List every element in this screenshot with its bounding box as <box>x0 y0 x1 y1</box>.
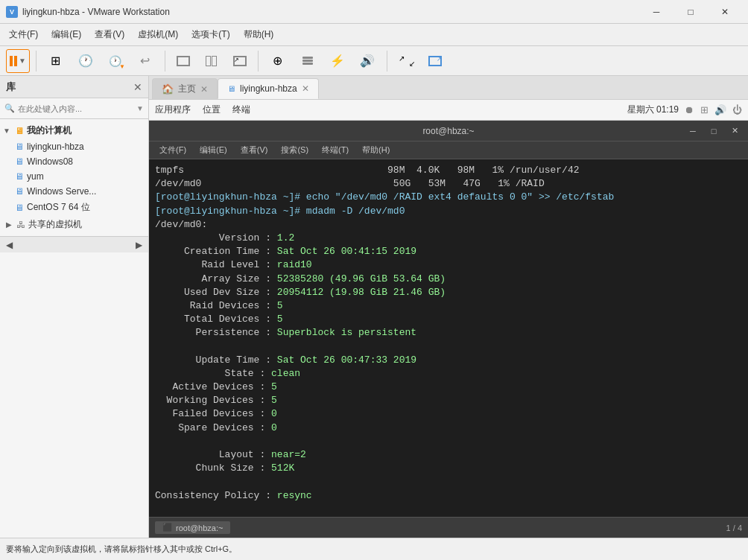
folder-icon: 🖥 <box>15 126 24 136</box>
terminal-menu: 文件(F) 编辑(E) 查看(V) 搜索(S) 终端(T) 帮助(H) <box>149 141 748 159</box>
terminal-tab[interactable]: ⬛ root@hbza:~ <box>155 521 230 534</box>
dropdown-icon[interactable]: ▼ <box>136 104 144 112</box>
vm-menu-terminal[interactable]: 终端 <box>232 104 250 116</box>
sidebar-item-label: liyingkun-hbza <box>27 141 84 152</box>
menu-file[interactable]: 文件(F) <box>3 25 44 44</box>
sidebar-close-button[interactable]: ✕ <box>133 81 142 93</box>
tab-home-close[interactable]: ✕ <box>200 84 208 95</box>
term-line-layout: Layout : near=2 <box>155 448 742 462</box>
revert-button[interactable]: ↩ <box>132 49 159 73</box>
tree-section: ▼ 🖥 我的计算机 🖥 liyingkun-hbza 🖥 Windows08 🖥… <box>0 119 148 236</box>
term-line-raid-level: Raid Level : raid10 <box>155 258 742 272</box>
sidebar-item-label: Windows Serve... <box>27 186 96 197</box>
search-input[interactable] <box>18 104 133 113</box>
term-menu-terminal[interactable]: 终端(T) <box>316 143 355 157</box>
term-line-blank2 <box>155 435 742 448</box>
tab-home-label: 主页 <box>178 83 196 95</box>
search-icon: 🔍 <box>4 104 15 113</box>
menu-view[interactable]: 查看(V) <box>89 25 130 44</box>
term-menu-help[interactable]: 帮助(H) <box>356 143 396 157</box>
toolbar-separator-3 <box>258 51 259 71</box>
tab-home[interactable]: 🏠 主页 ✕ <box>152 78 218 99</box>
record-icon: ⏺ <box>685 104 694 115</box>
vm-menu-places[interactable]: 位置 <box>203 104 221 116</box>
toolbar-separator-2 <box>165 51 165 71</box>
fullscreen-button[interactable]: ↗ <box>228 49 252 73</box>
maximize-button[interactable]: □ <box>673 0 708 24</box>
terminal-close-button[interactable]: ✕ <box>724 123 745 139</box>
minimize-button[interactable]: ─ <box>639 0 673 24</box>
term-line-creation-time: Creation Time : Sat Oct 26 00:41:15 2019 <box>155 245 742 258</box>
sidebar-item-centos[interactable]: 🖥 CentOS 7 64 位 <box>0 199 148 216</box>
tree-root-my-computer[interactable]: ▼ 🖥 我的计算机 <box>0 122 148 139</box>
term-line-version: Version : 1.2 <box>155 232 742 245</box>
status-bar: 要将输入定向到该虚拟机，请将鼠标指针移入其中或按 Ctrl+G。 <box>0 538 748 560</box>
tree-root-label: 我的计算机 <box>27 124 72 137</box>
terminal-maximize-button[interactable]: □ <box>703 123 724 139</box>
term-menu-edit[interactable]: 编辑(E) <box>194 143 233 157</box>
term-line-blank1 <box>155 340 742 353</box>
terminal-minimize-button[interactable]: ─ <box>682 123 703 139</box>
sound-button[interactable]: 🔊 <box>354 49 381 73</box>
usb-button[interactable]: ⚡ <box>324 49 351 73</box>
scroll-right-button[interactable]: ▶ <box>133 240 145 250</box>
stretch-button[interactable]: ↗ ↙ <box>393 49 420 73</box>
term-line-consistency: Consistency Policy : resync <box>155 489 742 503</box>
sidebar-item-yum[interactable]: 🖥 yum <box>0 169 148 184</box>
app-icon: V <box>6 6 18 18</box>
terminal-content[interactable]: tmpfs 98M 4.0K 98M 1% /run/user/42 /dev/… <box>149 159 748 517</box>
toolbar: ▼ ⊞ 🕐 🕐▼ ↩ ↗ ⊕ <box>0 46 748 76</box>
window-title: liyingkun-hbza - VMware Workstation <box>22 7 639 17</box>
pause-button[interactable]: ▼ <box>6 49 30 73</box>
vm-toolbar: 应用程序 位置 终端 星期六 01:19 ⏺ ⊞ 🔊 ⏻ <box>149 100 748 121</box>
normal-view-button[interactable] <box>171 49 195 73</box>
vm-menu-applications[interactable]: 应用程序 <box>155 104 191 116</box>
vm-menu-applications-label: 应用程序 <box>155 104 191 116</box>
devices-button[interactable] <box>294 49 321 73</box>
term-line-state: State : clean <box>155 367 742 381</box>
term-menu-view[interactable]: 查看(V) <box>235 143 274 157</box>
tab-vm[interactable]: 🖥 liyingkun-hbza ✕ <box>218 78 319 99</box>
power-icon[interactable]: ⏻ <box>732 104 742 115</box>
expand-arrow-icon: ▼ <box>3 127 10 135</box>
main-area: 库 ✕ 🔍 ▼ ▼ 🖥 我的计算机 🖥 liyingkun-hbza 🖥 Win… <box>0 76 748 538</box>
unity-view-button[interactable] <box>198 49 225 73</box>
network-button[interactable]: ⊕ <box>264 49 291 73</box>
menu-edit[interactable]: 编辑(E) <box>45 25 87 44</box>
term-line-devpath: /dev/md0: <box>155 218 742 232</box>
snapshot-button[interactable]: 🕐 <box>72 49 99 73</box>
scroll-left-button[interactable]: ◀ <box>3 240 16 250</box>
menu-bar: 文件(F) 编辑(E) 查看(V) 虚拟机(M) 选项卡(T) 帮助(H) <box>0 24 748 46</box>
vm-icon-windows08: 🖥 <box>15 156 24 167</box>
term-line-tmpfs: tmpfs 98M 4.0K 98M 1% /run/user/42 <box>155 164 742 177</box>
sidebar-item-windows-server[interactable]: 🖥 Windows Serve... <box>0 184 148 199</box>
vm-tab-icon: 🖥 <box>227 84 235 93</box>
vm-to-clipboard-button[interactable]: ⊞ <box>42 49 69 73</box>
window-controls: ─ □ ✕ <box>639 0 742 24</box>
tab-bar: 🏠 主页 ✕ 🖥 liyingkun-hbza ✕ <box>149 76 748 100</box>
term-line-working-devices: Working Devices : 5 <box>155 394 742 407</box>
tab-vm-close[interactable]: ✕ <box>302 83 309 94</box>
menu-vm[interactable]: 虚拟机(M) <box>132 25 184 44</box>
content-area: 🏠 主页 ✕ 🖥 liyingkun-hbza ✕ 应用程序 位置 终端 星期六 <box>149 76 748 538</box>
library-title: 库 <box>6 80 16 94</box>
shared-icon: 🖧 <box>16 220 25 230</box>
terminal-bottom-bar: ⬛ root@hbza:~ 1 / 4 <box>149 517 748 538</box>
close-button[interactable]: ✕ <box>708 0 742 24</box>
term-line-dev-md0-mount: /dev/md0 50G 53M 47G 1% /RAID <box>155 177 742 191</box>
term-line-active-devices: Active Devices : 5 <box>155 381 742 394</box>
sidebar-search-bar[interactable]: 🔍 ▼ <box>0 98 148 119</box>
snapshot-manager-button[interactable]: 🕐▼ <box>102 49 129 73</box>
sidebar-item-label: Windows08 <box>27 156 73 167</box>
menu-tabs[interactable]: 选项卡(T) <box>186 25 235 44</box>
sidebar-item-windows08[interactable]: 🖥 Windows08 <box>0 154 148 169</box>
sidebar-item-shared-vms[interactable]: ▶ 🖧 共享的虚拟机 <box>0 216 148 233</box>
term-line-blank3 <box>155 475 742 489</box>
menu-help[interactable]: 帮助(H) <box>238 25 280 44</box>
term-menu-file[interactable]: 文件(F) <box>153 143 192 157</box>
fullscreen2-button[interactable]: ↗ <box>423 49 447 73</box>
sidebar-item-liyingkun[interactable]: 🖥 liyingkun-hbza <box>0 139 148 154</box>
terminal-tab-icon: ⬛ <box>162 523 173 532</box>
toolbar-separator-4 <box>387 51 387 71</box>
term-menu-search[interactable]: 搜索(S) <box>275 143 314 157</box>
